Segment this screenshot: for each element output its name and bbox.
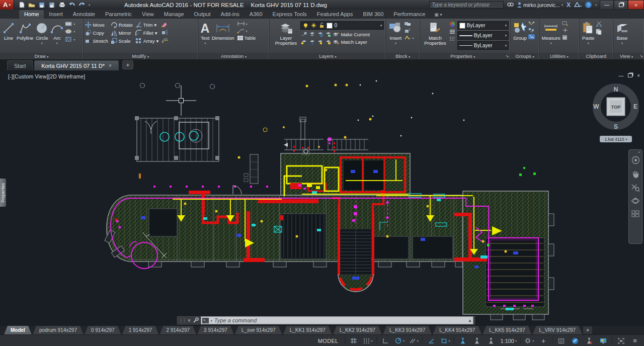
polyline-button[interactable]: Polyline — [16, 20, 34, 41]
cut-tool[interactable] — [596, 21, 602, 27]
panel-label-modify[interactable]: Modify ▾ — [84, 53, 198, 59]
model-space-button[interactable]: MODEL — [313, 336, 343, 345]
open-icon[interactable] — [28, 2, 35, 9]
layer-unlock2-icon[interactable] — [325, 39, 331, 45]
a360-icon[interactable]: ▾ — [574, 2, 582, 8]
base-button[interactable]: Base▾ — [615, 20, 630, 46]
linear-dimension-tool[interactable]: ▾ — [237, 21, 256, 26]
pan-icon[interactable] — [631, 170, 640, 178]
object-snap-toggle[interactable]: ▾ — [439, 336, 452, 345]
tab-addins[interactable]: Add-ins — [216, 10, 245, 19]
command-expand-icon[interactable]: ▲ — [468, 318, 472, 323]
panel-label-properties[interactable]: Properties ▾ ↘ — [420, 53, 510, 59]
make-current-button[interactable]: Make Current — [341, 32, 370, 37]
rectangle-tool[interactable]: ▾ — [65, 21, 75, 27]
search-icon[interactable] — [507, 2, 514, 8]
annotation-scale-menu[interactable] — [485, 336, 498, 345]
tab-insert[interactable]: Insert — [44, 10, 68, 19]
save-icon[interactable] — [38, 2, 45, 9]
qat-customize-icon[interactable]: ▾ — [89, 3, 90, 7]
tab-featured-apps[interactable]: Featured Apps — [312, 10, 358, 19]
panel-label-annotation[interactable]: Annotation ▾ — [198, 53, 270, 59]
tab-performance[interactable]: Performance — [388, 10, 430, 19]
insert-button[interactable]: Insert▾ — [387, 20, 404, 46]
layer-off-icon[interactable] — [300, 31, 307, 37]
tab-bim360[interactable]: BIM 360 — [358, 10, 388, 19]
panel-label-draw[interactable]: Draw ▾ — [0, 53, 83, 59]
snap-toggle[interactable]: ▾ — [361, 336, 374, 345]
workspace-switcher[interactable]: ▾ — [523, 336, 536, 345]
object-snap-tracking-toggle[interactable] — [425, 336, 438, 345]
viewcube-west[interactable]: W — [593, 103, 599, 110]
viewcube[interactable]: N S W E TOP — [590, 81, 643, 134]
layout-tab-model[interactable]: Model — [4, 326, 32, 334]
tab-express-tools[interactable]: Express Tools — [268, 10, 312, 19]
viewcube-east[interactable]: E — [633, 103, 637, 110]
circle-button[interactable]: Circle▾ — [34, 20, 49, 46]
command-customize-icon[interactable] — [193, 317, 199, 323]
tab-parametric[interactable]: Parametric — [100, 10, 137, 19]
app-logo[interactable]: A▾ — [0, 0, 14, 10]
layer-previous-icon[interactable] — [308, 39, 315, 45]
viewcube-north[interactable]: N — [614, 86, 618, 93]
help-icon[interactable]: ? — [585, 2, 592, 8]
close-button[interactable]: × — [628, 0, 644, 10]
layout-tab-0[interactable]: 0 914x297 — [85, 326, 121, 334]
minimize-button[interactable]: — — [600, 0, 614, 10]
measure-button[interactable]: Measure▾ — [541, 20, 561, 46]
ribbon-display-toggle-icon[interactable]: ▣ ▾ — [434, 12, 442, 19]
mirror-button[interactable]: Mirror — [111, 30, 133, 36]
redo-icon[interactable] — [78, 2, 86, 9]
drawing-restore-icon[interactable] — [628, 73, 632, 78]
grid-toggle[interactable] — [347, 336, 360, 345]
customization-menu[interactable]: ≡ — [628, 336, 641, 345]
new-drawing-tab-button[interactable]: + — [122, 60, 133, 69]
drawing-minimize-icon[interactable]: — — [618, 73, 623, 78]
linetype-select[interactable]: ByLayer▾ — [457, 41, 509, 50]
layout-tab-1[interactable]: 1 914x297 — [122, 326, 159, 334]
panel-label-view[interactable]: View ▾ ↘ — [613, 53, 644, 59]
plot-icon[interactable] — [58, 2, 65, 9]
layer-properties-button[interactable]: Layer Properties — [271, 20, 300, 46]
orbit-icon[interactable] — [631, 197, 640, 205]
ellipse-tool[interactable]: ▾ — [65, 29, 75, 34]
rotate-button[interactable]: Rotate — [111, 22, 133, 28]
annotation-visibility-toggle[interactable] — [456, 336, 469, 345]
layer-isolate-icon[interactable] — [308, 31, 315, 37]
properties-palette-tab[interactable]: Properties — [0, 179, 6, 207]
ungroup-tool[interactable] — [528, 21, 535, 26]
leader-tool[interactable]: ▾ — [237, 28, 256, 33]
tab-output[interactable]: Output — [189, 10, 216, 19]
fillet-button[interactable]: Fillet▾ — [135, 30, 158, 36]
viewport-controls[interactable]: [-][Custom View][2D Wireframe] — [8, 73, 85, 79]
paste-button[interactable]: Paste▾ — [581, 20, 595, 46]
color-select[interactable]: ByLayer▾ — [457, 21, 509, 30]
panel-label-block[interactable]: Block ▾ — [386, 53, 419, 59]
arc-button[interactable]: Arc▾ — [49, 20, 64, 46]
command-grip-handle[interactable]: ⋮⋮ — [179, 318, 186, 323]
trim-button[interactable]: Trim▾ — [135, 22, 158, 28]
file-tab-close-icon[interactable]: × — [109, 63, 112, 68]
layout-tab-lkk5[interactable]: L_KK5 914x297 — [482, 326, 531, 334]
add-layout-button[interactable]: + — [583, 326, 592, 334]
quick-calc-tool[interactable] — [562, 35, 569, 40]
copy-clip-tool[interactable] — [596, 29, 602, 35]
saveas-icon[interactable] — [48, 2, 55, 9]
signin-user[interactable]: mirko.jurcevic...▾ — [517, 2, 563, 8]
layout-tab-3[interactable]: 3 914x297 — [197, 326, 234, 334]
file-tab-start[interactable]: Start — [7, 60, 33, 70]
tab-home[interactable]: Home — [19, 10, 44, 19]
isodraft-toggle[interactable]: ▾ — [407, 336, 420, 345]
erase-tool[interactable] — [161, 21, 169, 27]
layout-tab-lvrv[interactable]: L_VRV 914x297 — [533, 326, 583, 334]
panel-label-groups[interactable]: Groups ▾ — [511, 53, 539, 59]
viewcube-view-pill[interactable]: 1.kat 4110▾ — [600, 136, 632, 142]
text-button[interactable]: A Text▾ — [200, 20, 211, 46]
ortho-toggle[interactable] — [379, 336, 392, 345]
viewcube-south[interactable]: S — [614, 123, 618, 130]
floor-plan-drawing[interactable] — [0, 70, 644, 326]
layer-thaw-all-icon[interactable] — [316, 39, 323, 45]
create-block-tool[interactable] — [404, 28, 414, 33]
tab-annotate[interactable]: Annotate — [68, 10, 100, 19]
edit-block-tool[interactable] — [404, 21, 414, 26]
